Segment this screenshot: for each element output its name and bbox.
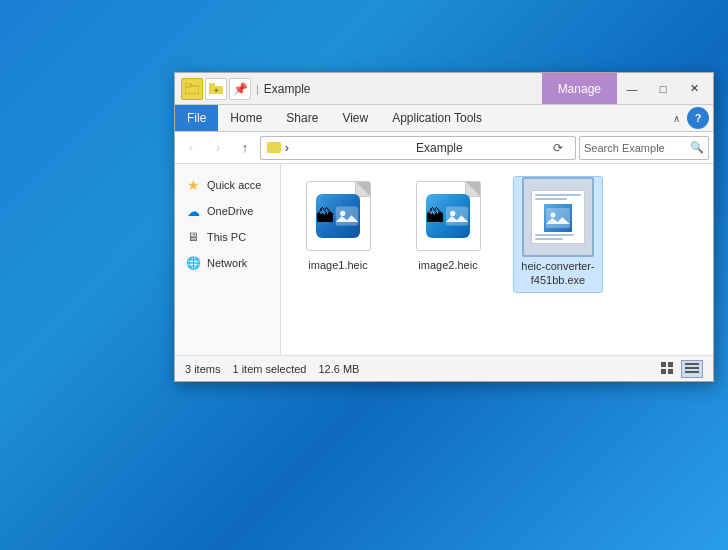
file-icon-image2 (412, 180, 484, 252)
pin-icon[interactable]: 📌 (229, 78, 251, 100)
address-path: Example (416, 141, 543, 155)
window-title: Example (264, 82, 542, 96)
back-button[interactable]: ‹ (179, 136, 203, 160)
menu-home[interactable]: Home (218, 105, 274, 131)
file-item-converter[interactable]: heic-converter-f451bb.exe (513, 176, 603, 293)
svg-rect-6 (336, 206, 359, 225)
status-bar: 3 items 1 item selected 12.6 MB (175, 355, 713, 381)
exe-inner-content (531, 190, 585, 244)
file-name-converter: heic-converter-f451bb.exe (518, 259, 598, 288)
network-icon: 🌐 (185, 255, 201, 271)
menu-app-tools[interactable]: Application Tools (380, 105, 494, 131)
exe-line-1 (535, 194, 581, 196)
file-size: 12.6 MB (318, 363, 359, 375)
list-view-button[interactable] (681, 360, 703, 378)
sidebar-label-onedrive: OneDrive (207, 205, 253, 217)
menu-view[interactable]: View (330, 105, 380, 131)
close-button[interactable]: ✕ (679, 79, 709, 99)
sidebar-item-onedrive[interactable]: ☁ OneDrive (175, 198, 280, 224)
svg-rect-18 (685, 367, 699, 369)
refresh-button[interactable]: ⟳ (547, 137, 569, 159)
heic-file-icon-1 (306, 181, 371, 251)
window-buttons: — □ ✕ (617, 79, 709, 99)
address-folder-icon (267, 142, 281, 153)
cloud-icon: ☁ (185, 203, 201, 219)
svg-rect-19 (685, 371, 699, 373)
svg-rect-14 (668, 362, 673, 367)
sidebar: ★ Quick acce ☁ OneDrive 🖥 This PC (175, 164, 281, 355)
sidebar-item-this-pc[interactable]: 🖥 This PC (175, 224, 280, 250)
search-icon: 🔍 (690, 141, 704, 154)
exe-decoration (532, 191, 584, 243)
quick-access-toolbar-icon[interactable] (181, 78, 203, 100)
svg-rect-11 (546, 208, 570, 228)
exe-blue-box (544, 204, 572, 232)
main-content: ★ Quick acce ☁ OneDrive 🖥 This PC (175, 164, 713, 355)
svg-text:+: + (214, 86, 219, 94)
item-count: 3 items (185, 363, 220, 375)
file-icon-converter (522, 181, 594, 253)
address-text: › (285, 141, 412, 155)
search-input[interactable]: Search Example (584, 142, 687, 154)
up-button[interactable]: ↑ (233, 136, 257, 160)
desktop: + 📌 | Example Manage — □ ✕ (0, 0, 728, 550)
manage-tab[interactable]: Manage (542, 73, 617, 104)
svg-rect-1 (185, 83, 191, 87)
exe-line-3 (535, 234, 574, 236)
sidebar-item-quick-access[interactable]: ★ Quick acce (175, 172, 280, 198)
sidebar-item-network[interactable]: 🌐 Network (175, 250, 280, 276)
file-item-image1[interactable]: image1.heic (293, 176, 383, 276)
view-buttons (657, 360, 703, 378)
search-box[interactable]: Search Example 🔍 (579, 136, 709, 160)
svg-point-7 (340, 211, 345, 216)
file-item-image2[interactable]: image2.heic (403, 176, 493, 276)
menu-bar: File Home Share View Application Tools ∧ (175, 105, 713, 131)
explorer-window: + 📌 | Example Manage — □ ✕ (174, 72, 714, 382)
svg-rect-15 (661, 369, 666, 374)
heic-file-icon-2 (416, 181, 481, 251)
nav-bar: ‹ › ↑ › Example ⟳ Search Example 🔍 (175, 132, 713, 164)
svg-text:📌: 📌 (233, 82, 247, 96)
sidebar-label-quick-access: Quick acce (207, 179, 261, 191)
forward-button[interactable]: › (206, 136, 230, 160)
star-icon: ★ (185, 177, 201, 193)
ribbon-collapse-button[interactable]: ∧ (665, 107, 687, 129)
title-separator: | (256, 83, 259, 95)
heic-thumbnail-2 (426, 194, 470, 238)
menu-share[interactable]: Share (274, 105, 330, 131)
svg-rect-8 (446, 206, 469, 225)
svg-point-9 (450, 211, 455, 216)
exe-file-icon (522, 177, 594, 257)
exe-line-4 (535, 238, 563, 240)
file-area: image1.heic (281, 164, 713, 355)
title-bar-controls: + 📌 | Example (181, 78, 542, 100)
selection-info: 1 item selected (232, 363, 306, 375)
svg-rect-13 (661, 362, 666, 367)
grid-view-button[interactable] (657, 360, 679, 378)
file-name-image1: image1.heic (308, 258, 367, 272)
pc-icon: 🖥 (185, 229, 201, 245)
new-folder-icon[interactable]: + (205, 78, 227, 100)
heic-thumbnail-1 (316, 194, 360, 238)
maximize-button[interactable]: □ (648, 79, 678, 99)
menu-file[interactable]: File (175, 105, 218, 131)
address-bar[interactable]: › Example ⟳ (260, 136, 576, 160)
minimize-button[interactable]: — (617, 79, 647, 99)
sidebar-label-network: Network (207, 257, 247, 269)
file-icon-image1 (302, 180, 374, 252)
title-bar: + 📌 | Example Manage — □ ✕ (175, 73, 713, 105)
ribbon: File Home Share View Application Tools ∧ (175, 105, 713, 132)
exe-line-2 (535, 198, 567, 200)
svg-rect-17 (685, 363, 699, 365)
sidebar-label-this-pc: This PC (207, 231, 246, 243)
svg-point-12 (551, 213, 556, 218)
help-button[interactable]: ? (687, 107, 709, 129)
file-name-image2: image2.heic (418, 258, 477, 272)
svg-rect-16 (668, 369, 673, 374)
